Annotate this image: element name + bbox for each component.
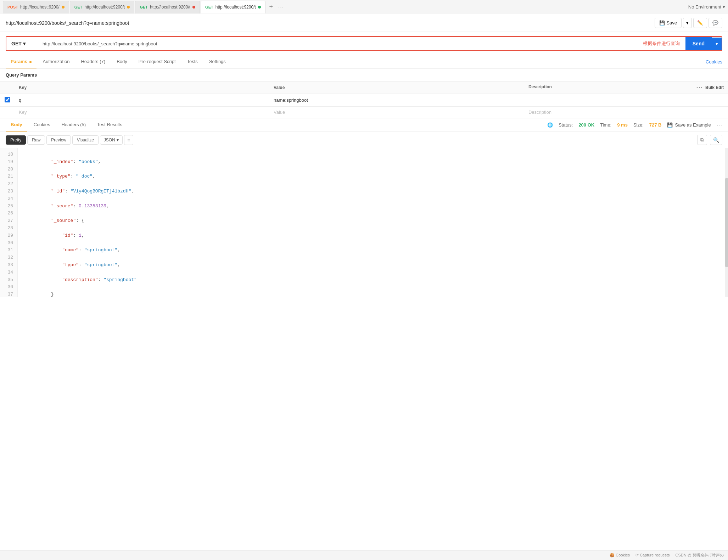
tab-method-get3: GET [205, 5, 213, 9]
save-example-icon: 💾 [667, 122, 673, 128]
line-num-37: 37 [6, 291, 13, 297]
code-line-23: "id": 1, [23, 232, 722, 240]
bulk-edit-button[interactable]: Bulk Edit [705, 85, 724, 90]
response-more-icon[interactable]: ··· [717, 122, 722, 128]
code-line-22: "_source": { [23, 217, 722, 225]
line-num-21: 21 [6, 173, 13, 180]
line-num-32: 32 [6, 254, 13, 262]
line-num-19: 19 [6, 158, 13, 166]
empty-value-cell: Value [269, 107, 524, 118]
col-key: Key [15, 82, 269, 94]
tab-get-1[interactable]: GET http://localhost:9200/t [70, 1, 135, 13]
code-content: "_index": "books", "_type": "_doc", "_id… [18, 148, 728, 297]
line-num-35: 35 [6, 276, 13, 284]
new-tab-button[interactable]: + [266, 2, 276, 12]
size-value: 727 B [649, 122, 662, 128]
line-num-30: 30 [6, 240, 13, 247]
line-num-22: 22 [6, 180, 13, 188]
method-chevron-icon: ▾ [23, 41, 26, 46]
time-value: 9 ms [617, 122, 628, 128]
tab-dot-get3 [258, 6, 261, 9]
param-key-input[interactable] [19, 97, 265, 103]
cookies-link[interactable]: Cookies [706, 59, 722, 65]
save-label: Save [666, 20, 677, 26]
copy-button[interactable]: ⧉ [697, 135, 707, 145]
globe-icon: 🌐 [547, 122, 553, 128]
tab-body[interactable]: Body [112, 55, 132, 68]
save-dropdown-button[interactable]: ▾ [683, 18, 692, 28]
param-key-cell [15, 94, 269, 107]
format-visualize-button[interactable]: Visualize [72, 135, 99, 145]
save-button[interactable]: 💾 Save [655, 18, 682, 28]
line-numbers: 18 19 20 21 22 23 24 25 26 27 28 29 30 3… [0, 148, 18, 297]
status-value: 200 OK [578, 122, 594, 128]
method-selector[interactable]: GET ▾ [6, 37, 38, 50]
table-row-empty: Key Value Description [0, 107, 728, 118]
scrollbar-track[interactable] [725, 148, 728, 297]
code-line-27: } [23, 291, 722, 297]
tab-more-button[interactable]: ··· [278, 4, 284, 10]
resp-tab-cookies[interactable]: Cookies [29, 118, 55, 131]
edit-button[interactable]: ✏️ [693, 18, 707, 28]
code-line-24: "name": "springboot", [23, 247, 722, 254]
line-num-25: 25 [6, 203, 13, 210]
send-dropdown-button[interactable]: ▾ [712, 38, 722, 50]
save-example-label: Save as Example [675, 122, 711, 128]
tab-get-3[interactable]: GET http://localhost:9200/t [201, 1, 265, 13]
response-meta: 🌐 Status: 200 OK Time: 9 ms Size: 727 B … [547, 122, 722, 128]
tab-method-get1: GET [74, 5, 83, 9]
url-field[interactable] [38, 38, 637, 50]
tab-tests[interactable]: Tests [182, 55, 203, 68]
table-row [0, 94, 728, 107]
line-num-33: 33 [6, 262, 13, 269]
search-button[interactable]: 🔍 [710, 135, 722, 145]
col-check [0, 82, 15, 94]
params-more-icon[interactable]: ··· [696, 84, 703, 91]
tab-bar: POST http://localhost:9200/ GET http://l… [0, 0, 728, 14]
status-label: Status: [559, 122, 573, 128]
tab-url-post: http://localhost:9200/ [20, 5, 60, 10]
param-desc-cell [524, 94, 728, 107]
tab-pre-request-script[interactable]: Pre-request Script [134, 55, 181, 68]
comment-button[interactable]: 💬 [709, 18, 722, 28]
param-checkbox[interactable] [5, 97, 10, 102]
send-button[interactable]: Send [685, 37, 712, 50]
format-preview-button[interactable]: Preview [46, 135, 71, 145]
line-num-24: 24 [6, 195, 13, 203]
environment-selector[interactable]: No Environment ▾ [688, 4, 725, 10]
empty-desc-placeholder: Description [528, 110, 551, 115]
format-pretty-button[interactable]: Pretty [6, 135, 26, 145]
tab-get-2[interactable]: GET http://localhost:9200/t [135, 1, 200, 13]
line-num-31: 31 [6, 247, 13, 254]
env-label: No Environment [688, 4, 721, 10]
format-actions: ⧉ 🔍 [697, 135, 722, 145]
resp-tab-headers[interactable]: Headers (5) [56, 118, 91, 131]
save-caret-icon: ▾ [686, 20, 689, 26]
format-type-select[interactable]: JSON ▾ [100, 135, 123, 145]
tab-method-post: POST [7, 5, 18, 9]
format-wrap-button[interactable]: ≡ [124, 135, 133, 145]
tab-authorization[interactable]: Authorization [38, 55, 75, 68]
tab-settings[interactable]: Settings [204, 55, 231, 68]
param-check-cell [0, 94, 15, 107]
scrollbar-thumb[interactable] [725, 178, 728, 267]
resp-tab-body[interactable]: Body [6, 118, 27, 131]
code-area: 18 19 20 21 22 23 24 25 26 27 28 29 30 3… [0, 148, 728, 297]
line-num-18: 18 [6, 151, 13, 158]
response-tabs: Body Cookies Headers (5) Test Results 🌐 … [0, 118, 728, 132]
save-example-button[interactable]: 💾 Save as Example [667, 122, 711, 128]
empty-check-cell [0, 107, 15, 118]
size-label: Size: [633, 122, 644, 128]
params-table: Key Value Description ··· Bulk Edit [0, 81, 728, 118]
line-num-28: 28 [6, 225, 13, 232]
format-raw-button[interactable]: Raw [27, 135, 45, 145]
url-actions: 💾 Save ▾ ✏️ 💬 [655, 18, 722, 28]
tab-params[interactable]: Params [6, 55, 37, 68]
url-comment: 根据条件进行查询 [637, 37, 685, 50]
line-num-23: 23 [6, 188, 13, 195]
tab-url-get3: http://localhost:9200/t [215, 5, 256, 10]
tab-headers[interactable]: Headers (7) [76, 55, 110, 68]
resp-tab-test-results[interactable]: Test Results [92, 118, 127, 131]
param-value-input[interactable] [274, 97, 520, 103]
tab-post[interactable]: POST http://localhost:9200/ [3, 1, 69, 13]
